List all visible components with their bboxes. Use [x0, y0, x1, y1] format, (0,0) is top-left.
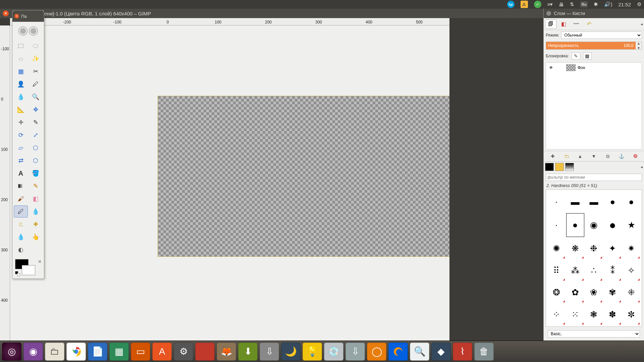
horizontal-ruler[interactable]: -200 -100 0 100 200 300 400 500 600 700 [10, 18, 449, 25]
usb-creator-icon[interactable]: ⇩ [260, 343, 279, 361]
software-center-icon[interactable]: A [152, 343, 172, 361]
right-dock-title-bar[interactable]: Слои — Кисти [544, 9, 644, 18]
ink-tool[interactable]: 💧 [29, 205, 43, 218]
paths-tool[interactable]: 🖊 [29, 78, 43, 90]
rect-select-tool[interactable] [14, 40, 28, 52]
brush-item[interactable]: ❂ [547, 282, 566, 303]
brush-item[interactable]: ✾ [603, 282, 622, 303]
swap-colors-icon[interactable]: ⤭ [38, 259, 41, 264]
toolbox-title-bar[interactable]: ✕ Па [12, 10, 44, 22]
blender-app-icon[interactable]: ◯ [367, 343, 386, 361]
paths-tab[interactable]: 〰 [571, 19, 582, 29]
brush-item[interactable]: ✼ [622, 304, 640, 325]
text-tool[interactable]: A [14, 167, 28, 179]
perspective-tool[interactable]: ⬠ [29, 142, 43, 154]
layer-anchor-button[interactable]: ⚓ [618, 153, 626, 160]
brush-item[interactable]: ⁙ [566, 304, 584, 325]
brushes-tab[interactable] [545, 163, 554, 171]
brush-item[interactable]: ❋ [566, 238, 584, 259]
fuzzy-select-tool[interactable]: ✨ [29, 53, 43, 65]
tor-browser-icon[interactable]: ◉ [23, 343, 43, 361]
brush-grid[interactable]: · ▬ ▬ ● ● ∙ ● ◉ ● ★ ✺ ❋ ❉ ✦ ✷ ⠿ ⁂ ∴ ⁑ ✧ … [546, 189, 642, 327]
patterns-tab[interactable] [555, 163, 564, 171]
brush-item[interactable]: ✦ [603, 238, 622, 259]
bluetooth-indicator-icon[interactable]: ✱ [594, 1, 598, 7]
gimp-app-icon[interactable]: 🦊 [217, 343, 236, 361]
zoom-tool[interactable]: 🔍 [29, 91, 43, 103]
power-cog-icon[interactable]: ⚙ [637, 1, 641, 7]
channels-tab[interactable]: ◧ [558, 19, 569, 29]
brush-item[interactable]: ⠿ [547, 260, 566, 281]
brush-item[interactable]: ▬ [566, 191, 584, 213]
vertical-ruler[interactable]: -100 0 100 200 300 400 [0, 25, 10, 349]
dash-home-icon[interactable]: ◎ [2, 343, 21, 361]
opacity-spinner[interactable]: ▴▾ [636, 41, 642, 50]
foreground-select-tool[interactable]: 👤 [14, 78, 28, 90]
brush-item[interactable]: ✧ [622, 260, 640, 281]
brush-item[interactable]: ⁑ [603, 260, 622, 281]
brush-item[interactable]: ⁘ [547, 304, 566, 325]
sound-indicator-icon[interactable]: 🔊) [604, 1, 612, 7]
calc-app-icon[interactable]: ▦ [109, 343, 129, 361]
layer-duplicate-button[interactable]: ⧉ [604, 153, 612, 160]
reset-colors-icon[interactable] [15, 271, 20, 277]
impress-app-icon[interactable]: ▭ [131, 343, 150, 361]
layers-tab-menu-icon[interactable]: ◂ [641, 22, 643, 26]
scale-tool[interactable]: ⤢ [29, 129, 43, 141]
opacity-slider[interactable]: Непрозрачность100,0 ▴▾ [546, 42, 642, 50]
disk-app-icon[interactable]: 💿 [324, 343, 343, 361]
system-settings-icon[interactable]: ⚙ [174, 343, 193, 361]
brush-preset-select[interactable]: Basic, [548, 330, 640, 338]
brush-item[interactable]: · [547, 191, 566, 213]
chrome-browser-icon[interactable] [66, 343, 86, 361]
pdf-viewer-icon[interactable]: ⌇ [453, 343, 472, 361]
canvas-viewport[interactable] [10, 25, 449, 349]
cage-tool[interactable]: ⬡ [29, 155, 43, 167]
eraser-tool[interactable]: ◧ [29, 193, 43, 205]
layer-up-button[interactable]: ▲ [576, 153, 584, 160]
layers-tab[interactable]: 🗐 [545, 19, 556, 29]
background-color[interactable] [22, 265, 35, 275]
brush-item[interactable]: ∙ [547, 213, 566, 237]
brush-item[interactable]: ❉ [585, 238, 603, 259]
measure-tool[interactable]: 📐 [14, 104, 28, 116]
smudge-tool[interactable]: 👆 [29, 231, 43, 243]
color-picker-tool[interactable]: 💧 [14, 91, 28, 103]
brush-item[interactable]: ◉ [585, 213, 603, 237]
stellarium-app-icon[interactable]: 🌙 [281, 343, 301, 361]
layer-down-button[interactable]: ▼ [590, 153, 598, 160]
keyboard-layout-indicator[interactable]: Ru [580, 1, 588, 7]
right-dock-close-button[interactable] [546, 11, 551, 16]
downloads-icon[interactable]: ⬇ [238, 343, 258, 361]
network-indicator-icon[interactable]: ⇅ [570, 1, 574, 7]
rotate-tool[interactable]: ⟳ [14, 129, 28, 141]
clock[interactable]: 21:52 [618, 2, 631, 7]
flip-tool[interactable]: ⇄ [14, 155, 28, 167]
brush-item[interactable]: ✽ [603, 304, 622, 325]
move-tool[interactable]: ✥ [29, 104, 43, 116]
blur-tool[interactable]: 💧 [14, 231, 28, 243]
blend-mode-select[interactable]: Обычный [561, 32, 642, 39]
red-app-icon[interactable] [195, 343, 215, 361]
layer-visibility-icon[interactable]: 👁 [547, 65, 555, 70]
hp-indicator-icon[interactable]: hp [507, 1, 515, 8]
layer-name[interactable]: Фон [578, 65, 585, 70]
crop-tool[interactable]: ✎ [29, 116, 43, 128]
align-tool[interactable]: ✛ [14, 116, 28, 128]
layer-new-button[interactable]: ✚ [549, 153, 557, 160]
brush-item[interactable]: ✺ [547, 238, 566, 259]
shear-tool[interactable]: ▱ [14, 142, 28, 154]
image-viewer-icon[interactable]: 🔍 [410, 343, 429, 361]
layer-row[interactable]: 👁 Фон [546, 63, 642, 73]
scissors-tool[interactable]: ✂ [29, 65, 43, 77]
layer-list[interactable]: 👁 Фон [546, 62, 642, 149]
clone-tool[interactable]: ⎌ [14, 218, 28, 230]
color-swatches[interactable]: ⤭ [14, 258, 43, 277]
brush-item[interactable]: ● [603, 191, 622, 213]
layer-group-button[interactable]: 🗀 [562, 153, 571, 160]
files-manager-icon[interactable]: 🗀 [45, 343, 64, 361]
firefox-browser-icon[interactable] [388, 343, 408, 361]
ellipse-select-tool[interactable] [29, 40, 43, 52]
bucket-fill-tool[interactable]: 🪣 [29, 167, 43, 179]
installer-app-icon[interactable]: ⇩ [345, 343, 365, 361]
